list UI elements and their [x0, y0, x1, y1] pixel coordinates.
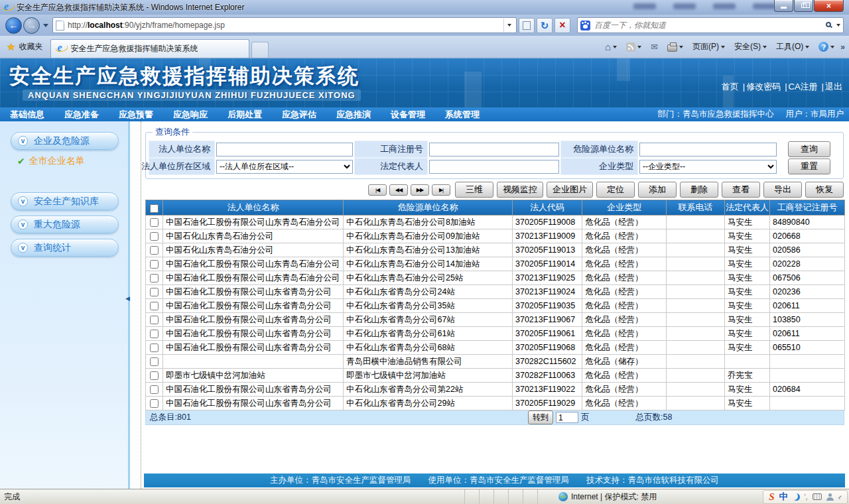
read-mail-button[interactable]: ✉ [647, 40, 661, 54]
soft-keyboard-icon[interactable] [813, 493, 822, 500]
header-link[interactable]: 首页 [722, 82, 739, 92]
row-checkbox[interactable] [150, 371, 159, 380]
row-checkbox[interactable] [150, 357, 159, 366]
toolbar-button[interactable]: 恢复 [805, 182, 844, 198]
table-row[interactable]: 中国石油化工股份有限公司山东省青岛分公司中石化山东省青岛分公司24站370213… [146, 285, 845, 299]
table-row[interactable]: 中国石油化工股份有限公司山东省青岛分公司中石化山东省青岛分公司67站370213… [146, 313, 845, 327]
select-all-checkbox[interactable] [150, 204, 159, 213]
page-next-button[interactable]: ▶▶ [411, 184, 429, 196]
compatibility-view-button[interactable] [519, 18, 535, 33]
overflow-chevron-icon[interactable]: » [840, 42, 845, 52]
stop-button[interactable]: × [555, 18, 570, 33]
table-row[interactable]: 中国石化山东青岛石油分公司中石化山东青岛石油分公司09加油站370213F119… [146, 229, 845, 243]
menu-security[interactable]: 安全(S) [731, 39, 770, 54]
header-link[interactable]: 退出 [825, 82, 842, 92]
hazard-unit-name-input[interactable] [639, 143, 777, 157]
nav-item[interactable]: 应急响应 [163, 109, 218, 121]
menu-tools[interactable]: 工具(O) [773, 39, 813, 54]
table-row[interactable]: 中国石油化工股份有限公司山东省青岛分公司中石化山东省青岛分公司68站370205… [146, 341, 845, 355]
nav-item[interactable]: 应急预警 [109, 109, 163, 121]
row-checkbox[interactable] [150, 330, 159, 338]
page-last-button[interactable]: ▶| [432, 184, 450, 196]
search-input[interactable]: 百度一下，你就知道 [594, 20, 826, 31]
header-link[interactable]: CA注册 [789, 82, 818, 92]
print-button[interactable] [664, 40, 686, 54]
favorites-button[interactable]: ★ 收藏夹 [0, 38, 50, 56]
user-tray-icon[interactable] [826, 493, 833, 500]
url-dropdown-button[interactable] [503, 19, 515, 32]
sogou-icon[interactable]: S [769, 491, 774, 503]
toolbar-button[interactable]: 三维 [455, 182, 493, 198]
row-checkbox[interactable] [150, 399, 159, 408]
row-checkbox[interactable] [150, 288, 159, 296]
nav-item[interactable]: 后期处置 [218, 109, 272, 121]
close-button[interactable]: × [814, 0, 844, 12]
nav-item[interactable]: 系统管理 [435, 109, 490, 121]
goto-page-button[interactable]: 转到 [528, 410, 553, 424]
table-row[interactable]: 中国石油化工股份有限公司山东青岛石油分公司中石化山东青岛石油分公司25站3702… [146, 271, 845, 285]
toolbar-button[interactable]: 视频监控 [497, 182, 543, 198]
page-first-button[interactable]: |◀ [368, 184, 387, 196]
toolbar-button[interactable]: 添加 [638, 182, 677, 198]
toolbar-button[interactable]: 企业图片 [547, 182, 593, 198]
reset-button[interactable]: 重置 [788, 158, 830, 174]
new-tab-button[interactable] [251, 42, 269, 58]
sidebar-collapse-icon[interactable]: ◀ [125, 295, 130, 302]
chinese-mode-icon[interactable]: 中 [779, 491, 788, 503]
minimize-button[interactable] [774, 0, 793, 12]
header-link[interactable]: 修改密码 [746, 82, 781, 92]
toolbar-button[interactable]: 删除 [680, 182, 718, 198]
row-checkbox[interactable] [150, 344, 159, 352]
punctuation-icon[interactable]: ’, [805, 493, 808, 501]
enterprise-type-select[interactable]: --企业类型-- [639, 160, 777, 174]
table-row[interactable]: 中国石油化工股份有限公司山东省青岛分公司中石化山东省青岛分公司第22站37021… [146, 383, 845, 397]
column-header[interactable]: 法人单位名称 [163, 200, 344, 216]
fullhalf-moon-icon[interactable] [793, 493, 800, 501]
row-checkbox[interactable] [150, 218, 159, 227]
legal-name-input[interactable] [216, 143, 353, 157]
back-button[interactable]: ← [5, 17, 22, 34]
toolbar-button[interactable]: 导出 [763, 182, 802, 198]
row-checkbox[interactable] [150, 274, 159, 283]
tab-active[interactable]: 安全生产应急救援指挥辅助决策系统 [50, 39, 249, 58]
nav-item[interactable]: 设备管理 [381, 109, 435, 121]
table-row[interactable]: 中国石油化工股份有限公司山东省青岛分公司中石化山东省青岛分公司61站370205… [146, 327, 845, 341]
feeds-button[interactable] [623, 40, 645, 54]
table-row[interactable]: 中国石化山东青岛石油分公司中石化山东青岛石油分公司13加油站370205F119… [146, 243, 845, 257]
nav-item[interactable]: 基础信息 [0, 109, 54, 121]
column-header[interactable]: 联系电话 [667, 200, 725, 216]
column-header[interactable]: 法定代表人 [725, 200, 770, 216]
row-checkbox[interactable] [150, 246, 159, 255]
search-dropdown-icon[interactable] [836, 24, 840, 27]
wrench-icon[interactable]: ⌐ [835, 492, 844, 501]
search-icon[interactable] [826, 22, 831, 27]
nav-item[interactable]: 应急评估 [272, 109, 326, 121]
search-button[interactable]: 查询 [788, 141, 830, 157]
page-number-input[interactable] [556, 412, 578, 423]
sidebar-section-safety-knowledge[interactable]: v 安全生产知识库 [11, 192, 119, 210]
column-header[interactable]: 法人代码 [513, 200, 582, 216]
row-checkbox[interactable] [150, 260, 159, 269]
table-row[interactable]: 中国石油化工股份有限公司山东省青岛分公司中石化山东省青岛分公司35站370205… [146, 299, 845, 313]
sidebar-section-enterprise-hazard[interactable]: v 企业及危险源 [11, 132, 119, 150]
column-header[interactable]: 企业类型 [582, 200, 667, 216]
url-text[interactable]: http://localhost:90/yjzh/frame/homepage.… [68, 21, 503, 30]
page-prev-button[interactable]: ◀◀ [389, 184, 408, 196]
table-row[interactable]: 中国石油化工股份有限公司山东省青岛分公司中石化山东省青岛分公司29站370205… [146, 397, 845, 410]
restore-button[interactable] [794, 0, 813, 12]
help-button[interactable]: ? [815, 40, 838, 54]
toolbar-button[interactable]: 查看 [722, 182, 760, 198]
table-row[interactable]: 青岛田横中油油品销售有限公司370282C115602危化品（储存） [146, 355, 845, 369]
sidebar-section-major-hazard[interactable]: v 重大危险源 [11, 216, 119, 233]
business-reg-no-input[interactable] [429, 143, 559, 157]
legal-region-select[interactable]: --法人单位所在区域-- [216, 160, 353, 174]
column-header[interactable]: 工商登记注册号 [770, 200, 845, 216]
row-checkbox[interactable] [150, 302, 159, 310]
column-header[interactable]: 危险源单位名称 [344, 200, 513, 216]
legal-rep-input[interactable] [429, 160, 559, 174]
row-checkbox[interactable] [150, 232, 159, 241]
row-checkbox[interactable] [150, 385, 159, 394]
sidebar-item-citywide-enterprise-list[interactable]: ✔ 全市企业名单 [17, 155, 128, 167]
url-box[interactable]: http://localhost:90/yjzh/frame/homepage.… [52, 17, 517, 33]
history-dropdown-icon[interactable] [43, 24, 48, 27]
